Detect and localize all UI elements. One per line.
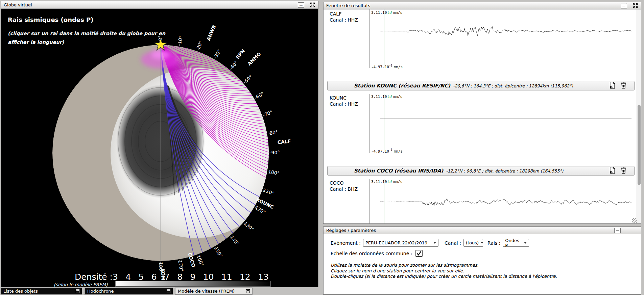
minus-icon: − [616, 228, 620, 233]
amp-value: -4.97.10 [371, 65, 389, 69]
amp-value: 3.11.10 [371, 10, 387, 15]
common-scale-checkbox[interactable] [415, 250, 423, 257]
event-selected-value: PERU-ECUADOR 22/02/2019 [365, 240, 427, 245]
fullscreen-icon[interactable] [310, 2, 315, 8]
degree-tick-label: 20° [196, 40, 204, 50]
amplitude-min-label: -4.97.10-1mm/s [371, 149, 403, 154]
scrollbar-thumb[interactable] [638, 105, 641, 185]
amplitude-max-label: 3.11.10tdmm/s [371, 95, 402, 99]
minimized-window-modele-de-vitesse[interactable]: Modèle de vitesse (PREM) [175, 288, 253, 295]
degree-tick-label: 150° [213, 246, 224, 258]
trace-station-label[interactable]: KOUNC Canal : HHZ [330, 95, 358, 107]
channel-name: Canal : HHZ [330, 17, 358, 23]
amp-value: 3.11.10 [371, 95, 387, 99]
degree-tick-label: 110° [262, 187, 275, 196]
chevron-down-icon [481, 242, 483, 244]
delete-trace-icon[interactable] [620, 167, 627, 175]
degree-tick-label: 90° [271, 150, 280, 155]
delete-trace-icon[interactable] [620, 82, 627, 90]
seismogram-waveform[interactable] [380, 26, 631, 36]
degree-tick-label: 120° [254, 205, 266, 215]
globe-heading: Rais sismiques (ondes P) [8, 16, 93, 23]
chevron-down-icon [433, 242, 436, 244]
minimize-button[interactable]: − [614, 228, 621, 233]
degree-tick-label: 60° [255, 91, 265, 100]
station-name[interactable]: COCO [330, 180, 358, 186]
amp-unit: mm/s [393, 95, 403, 99]
settings-panel: Evénement : PERU-ECUADOR 22/02/2019 Cana… [324, 234, 641, 294]
origin-time-marker-label: td [387, 10, 391, 15]
globe-window-title: Globe virtuel [4, 2, 32, 7]
density-value: 3 [113, 272, 118, 282]
trace-station-label[interactable]: COCO Canal : BHZ [330, 180, 358, 192]
degree-tick-label: 40° [230, 60, 239, 70]
degree-tick-label: 160° [196, 254, 205, 267]
tip-line: Double-cliquez (si la distance est indiq… [331, 274, 557, 279]
globe-canvas: 0°10°20°30°40°50°60°70°80°90°100°110°120… [1, 9, 318, 287]
channel-select[interactable]: (tous) [463, 239, 483, 247]
seismogram-waveform[interactable] [380, 199, 631, 206]
degree-tick-label: 100° [268, 169, 280, 176]
globe-instructions-line2: afficher la longueur) [8, 38, 165, 47]
channel-name: Canal : HHZ [330, 101, 358, 107]
restore-icon[interactable] [246, 289, 250, 293]
restore-icon[interactable] [167, 289, 170, 293]
minimize-button[interactable]: − [298, 2, 304, 8]
minimized-window-label: Hodochrone [87, 289, 114, 294]
station-label-calf[interactable]: CALF [277, 138, 291, 145]
station-label-anwb[interactable]: ANWB [206, 24, 217, 42]
common-scale-label: Echelle des ordonnées commune : [331, 251, 412, 256]
density-value: 5 [138, 272, 144, 282]
trace-station-label[interactable]: CALF Canal : HHZ [330, 11, 358, 23]
restore-icon[interactable] [76, 289, 79, 293]
rays-selected-value: Ondes P [505, 238, 522, 248]
globe-window: Globe virtuel − 0°10°20°30°40°50°60°70°8… [1, 1, 318, 287]
settings-window: Réglages / paramètres − Evénement : PERU… [323, 226, 641, 295]
density-label: Densité : [75, 272, 113, 282]
amp-unit: mm/s [394, 149, 403, 154]
station-name[interactable]: CALF [330, 11, 358, 17]
station-info-sheet-icon[interactable] [609, 167, 616, 175]
degree-tick-label: 80° [269, 129, 278, 136]
minimize-button[interactable]: − [621, 3, 627, 8]
station-label-rpn[interactable]: RPN [235, 48, 246, 60]
degree-tick-label: 30° [213, 48, 222, 58]
station-info-sheet-icon[interactable] [609, 82, 616, 90]
amp-unit: mm/s [393, 10, 403, 15]
rays-label: Rais : [487, 240, 500, 246]
rays-select[interactable]: Ondes P [503, 239, 529, 247]
tip-line: Utilisez la molette de la souris pour zo… [331, 263, 557, 268]
station-header-title[interactable]: Station KOUNC (réseau RESIF/NC) [354, 83, 450, 89]
fullscreen-icon[interactable] [633, 3, 638, 8]
amp-unit: mm/s [393, 180, 403, 184]
results-window: Fenêtre de résultats − CALF Canal : HHZ … [323, 2, 641, 224]
amplitude-max-label: 3.11.10tdmm/s [371, 180, 402, 184]
minus-icon: − [622, 3, 626, 8]
settings-titlebar: Réglages / paramètres − [324, 227, 641, 234]
amp-exponent: -1 [389, 149, 392, 152]
seismogram-traces [324, 9, 641, 223]
channel-label: Canal : [445, 240, 461, 246]
minimized-window-hodochrone[interactable]: Hodochrone [85, 288, 173, 295]
vertical-scrollbar[interactable] [637, 9, 641, 223]
degree-tick-label: 170° [177, 260, 185, 272]
amplitude-max-label: 3.11.10tdmm/s [371, 10, 402, 15]
station-label-anmo[interactable]: ANMO [246, 51, 262, 67]
station-header-title[interactable]: Station COCO (réseau IRIS/IDA) [354, 168, 443, 174]
results-window-title: Fenêtre de résultats [326, 3, 370, 8]
event-select[interactable]: PERU-ECUADOR 22/02/2019 [363, 239, 438, 247]
station-name[interactable]: KOUNC [330, 95, 358, 101]
density-value: 11 [221, 272, 232, 282]
station-header-details[interactable]: -20,6°N ; 164,3°E ; dist. épicentre : 12… [453, 83, 573, 88]
channel-name: Canal : BHZ [330, 186, 358, 192]
minimized-window-label: Liste des objets [3, 289, 38, 294]
event-label: Evénement : [331, 240, 361, 246]
station-header-details[interactable]: -12,2°N ; 96,8°E ; dist. épicentre : 182… [446, 168, 563, 173]
minimized-window-liste-des-objets[interactable]: Liste des objets [1, 288, 82, 295]
amp-value: 3.11.10 [371, 180, 387, 184]
usage-tips: Utilisez la molette de la souris pour zo… [331, 263, 557, 279]
settings-window-title: Réglages / paramètres [326, 228, 376, 233]
amp-exponent: -1 [389, 64, 392, 67]
globe-instructions: (cliquer sur un rai dans la moitié droit… [8, 29, 165, 47]
origin-time-marker-label: td [387, 95, 391, 99]
